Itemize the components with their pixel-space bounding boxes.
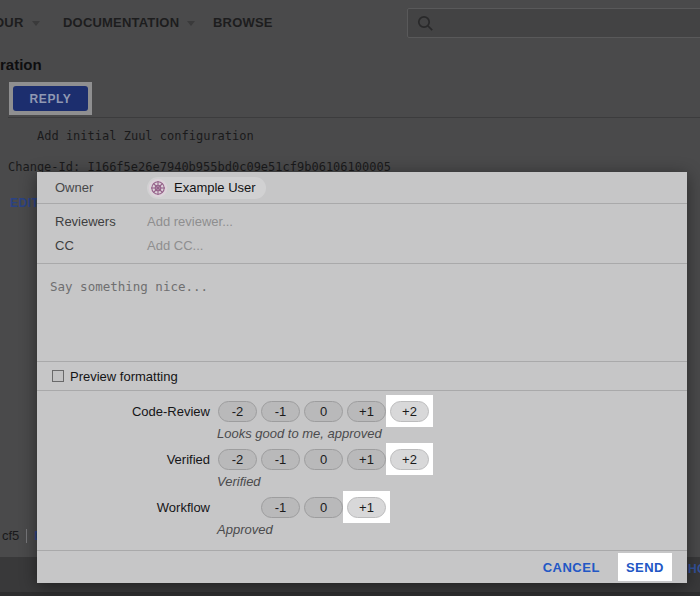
score-label: Workflow: [37, 500, 210, 515]
vote-pill[interactable]: +1: [347, 449, 386, 470]
owner-chip[interactable]: Example User: [147, 177, 266, 199]
add-cc-input[interactable]: Add CC...: [147, 238, 203, 253]
vote-workflow-0[interactable]: 0: [302, 496, 345, 518]
vote-pill[interactable]: -1: [261, 401, 300, 422]
divider: [8, 117, 700, 118]
nav-item-browse-label: BROWSE: [213, 15, 273, 30]
people-section: Reviewers Add reviewer... CC Add CC...: [37, 204, 687, 264]
score-description: Approved: [217, 520, 687, 540]
nav-item-your[interactable]: OUR: [0, 15, 40, 30]
score-row: Code-Review -2-10+1+2 Looks good to me, …: [37, 400, 687, 444]
vote-pill[interactable]: 0: [304, 449, 343, 470]
cc-row: CC Add CC...: [37, 233, 687, 257]
vote-pill[interactable]: +1: [347, 497, 386, 518]
vote-pill[interactable]: +1: [347, 401, 386, 422]
vote-workflow--1[interactable]: -1: [259, 496, 302, 518]
vote-verified-0[interactable]: 0: [302, 448, 345, 470]
cancel-button[interactable]: CANCEL: [543, 560, 600, 575]
reply-message-textarea[interactable]: Say something nice...: [37, 264, 687, 362]
avatar-identicon: [148, 178, 168, 198]
score-label: Verified: [37, 452, 210, 467]
preview-label: Preview formatting: [70, 369, 178, 384]
vote-pill[interactable]: +2: [390, 401, 429, 422]
bottom-edge: [0, 592, 700, 596]
reply-dialog: Owner Example User Revi: [37, 172, 687, 583]
vote-pill[interactable]: -1: [261, 497, 300, 518]
reviewers-row: Reviewers Add reviewer...: [37, 209, 687, 233]
page-title-fragment: ration: [0, 56, 42, 73]
vote-buttons: -2-10+1+2: [216, 400, 431, 422]
vote-code-review-+1[interactable]: +1: [345, 400, 388, 422]
add-reviewer-input[interactable]: Add reviewer...: [147, 214, 233, 229]
reviewers-label: Reviewers: [55, 214, 147, 229]
search-box[interactable]: [407, 8, 700, 38]
score-row: Workflow -10+1 Approved: [37, 496, 687, 540]
reply-button-highlight: REPLY: [9, 82, 92, 115]
sha-fragment: cf5: [2, 528, 19, 543]
nav-item-documentation[interactable]: DOCUMENTATION: [63, 15, 195, 30]
vote-verified-+1[interactable]: +1: [345, 448, 388, 470]
owner-label: Owner: [55, 180, 147, 195]
vote-pill[interactable]: -1: [261, 449, 300, 470]
vote-pill[interactable]: 0: [304, 497, 343, 518]
vote-code-review-+2[interactable]: +2: [388, 400, 431, 422]
score-row: Verified -2-10+1+2 Verified: [37, 448, 687, 492]
vote-pill[interactable]: +2: [390, 449, 429, 470]
score-description: Verified: [217, 472, 687, 492]
vote-pill[interactable]: 0: [304, 401, 343, 422]
send-button-highlight: SEND: [618, 553, 672, 581]
scores-section: Code-Review -2-10+1+2 Looks good to me, …: [37, 391, 687, 540]
vote-code-review--2[interactable]: -2: [216, 400, 259, 422]
vote-code-review-0[interactable]: 0: [302, 400, 345, 422]
gerrit-change-screen: OUR DOCUMENTATION BROWSE ration REPLY Ad…: [0, 0, 700, 596]
vote-code-review--1[interactable]: -1: [259, 400, 302, 422]
nav-item-your-label: OUR: [0, 15, 24, 30]
preview-row: Preview formatting: [37, 362, 687, 391]
send-button[interactable]: SEND: [626, 560, 664, 575]
message-placeholder: Say something nice...: [50, 279, 208, 294]
search-icon: [417, 15, 434, 32]
caret-down-icon: [32, 21, 40, 26]
vote-workflow-+1[interactable]: +1: [345, 496, 388, 518]
score-label: Code-Review: [37, 404, 210, 419]
owner-row: Owner Example User: [37, 172, 687, 204]
nav-item-documentation-label: DOCUMENTATION: [63, 15, 179, 30]
owner-name: Example User: [174, 180, 256, 195]
vote-pill[interactable]: -2: [218, 401, 257, 422]
edit-link[interactable]: EDIT: [10, 196, 39, 210]
vote-buttons: -10+1: [216, 496, 431, 518]
background-link-fragment[interactable]: HO: [688, 562, 700, 576]
commit-subject: Add initial Zuul configuration: [37, 129, 254, 143]
top-navigation: OUR DOCUMENTATION BROWSE: [0, 0, 700, 46]
dialog-actions: CANCEL SEND: [37, 550, 687, 583]
score-description: Looks good to me, approved: [217, 424, 687, 444]
vote-verified--2[interactable]: -2: [216, 448, 259, 470]
cc-label: CC: [55, 238, 147, 253]
vote-buttons: -2-10+1+2: [216, 448, 431, 470]
divider: [26, 529, 27, 543]
reply-button[interactable]: REPLY: [13, 86, 88, 111]
nav-item-browse[interactable]: BROWSE: [213, 15, 273, 30]
vote-pill[interactable]: -2: [218, 449, 257, 470]
caret-down-icon: [187, 21, 195, 26]
vote-verified--1[interactable]: -1: [259, 448, 302, 470]
preview-checkbox[interactable]: [52, 370, 64, 382]
vote-verified-+2[interactable]: +2: [388, 448, 431, 470]
